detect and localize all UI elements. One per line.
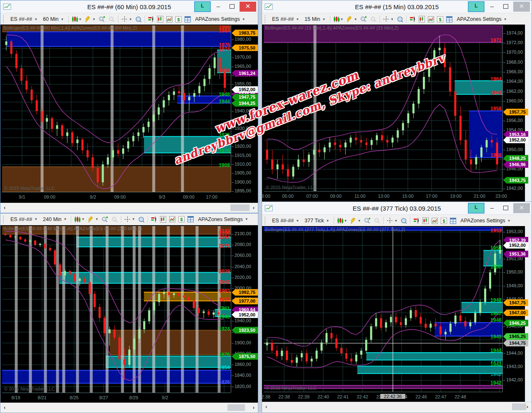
price-chart-canvas[interactable] — [2, 226, 231, 393]
zoom-out-button[interactable] — [108, 16, 115, 22]
order-entry-button[interactable] — [151, 216, 157, 223]
minimize-button[interactable]: – — [486, 204, 498, 213]
zoom-in-button[interactable] — [360, 16, 367, 22]
account-data-button[interactable]: $ — [175, 16, 182, 22]
grid-properties-button[interactable] — [446, 16, 452, 22]
chart-style-button[interactable]: ▼ — [72, 16, 82, 22]
maximize-button[interactable] — [500, 204, 512, 213]
scroll-right-icon[interactable]: › — [527, 403, 528, 410]
chart-area[interactable]: Bollinger(ES ##-## (377 Tick),1,4)| APAZ… — [262, 226, 532, 403]
chart-trader-button[interactable] — [160, 216, 166, 223]
close-button[interactable]: ✕ — [240, 2, 256, 12]
horizontal-scrollbar[interactable]: ‹ › — [262, 402, 532, 413]
scroll-left-icon[interactable]: ‹ — [4, 404, 5, 411]
crosshair-button[interactable]: ▼ — [387, 217, 397, 224]
toolbar-grip[interactable] — [265, 15, 267, 23]
scrollbar-thumb[interactable] — [227, 404, 245, 411]
apazones-settings-button[interactable]: APAZones Settings▼ — [455, 15, 508, 23]
chart-style-button[interactable]: ▼ — [333, 16, 344, 22]
indicators-button[interactable] — [166, 16, 172, 22]
data-box-button[interactable] — [138, 216, 145, 223]
toolbar-grip[interactable] — [3, 216, 5, 223]
order-entry-button[interactable] — [410, 16, 416, 22]
close-button[interactable]: ✕ — [513, 2, 530, 12]
account-data-button[interactable]: $ — [441, 218, 447, 224]
interval-selector[interactable]: 60 Min▼ — [42, 15, 65, 23]
scroll-right-icon[interactable]: › — [253, 204, 255, 211]
close-button[interactable]: ✕ — [513, 203, 530, 213]
price-chart-canvas[interactable] — [2, 25, 231, 192]
indicators-button[interactable] — [169, 216, 175, 222]
titlebar[interactable]: ES ##-## (60 Min) 03.09.2015 L – ✕ — [0, 0, 258, 13]
grid-properties-button[interactable] — [450, 218, 456, 224]
interval-selector[interactable]: 15 Min▼ — [303, 15, 327, 23]
zoom-out-button[interactable] — [374, 217, 380, 224]
link-button[interactable]: L — [194, 1, 211, 12]
interval-selector[interactable]: 240 Min▼ — [42, 216, 68, 223]
interval-selector[interactable]: 377 Tick▼ — [303, 217, 330, 224]
link-button[interactable]: L — [468, 1, 485, 12]
scroll-left-icon[interactable]: ‹ — [4, 204, 5, 211]
indicators-button[interactable] — [432, 218, 438, 224]
plot-area[interactable]: Bollinger(ES ##-## (60 Min),1,4)| APAZon… — [2, 25, 231, 192]
crosshair-button[interactable]: ▼ — [124, 216, 135, 223]
zoom-in-button[interactable] — [364, 217, 371, 224]
chart-style-button[interactable]: ▼ — [74, 216, 85, 223]
plot-area[interactable]: Bollinger(ES ##-## (240 Min),1,4)| APAZo… — [2, 226, 231, 393]
zoom-out-button[interactable] — [111, 216, 118, 223]
horizontal-scrollbar[interactable]: ‹ › — [0, 203, 258, 213]
order-entry-button[interactable] — [413, 217, 420, 224]
zoom-in-button[interactable] — [101, 216, 108, 223]
zoom-in-button[interactable] — [98, 16, 105, 22]
plot-area[interactable]: Bollinger(ES ##-## (15 Min),1,4)| APAZon… — [264, 25, 502, 191]
minimize-button[interactable]: – — [486, 2, 498, 11]
price-chart-canvas[interactable] — [264, 227, 502, 392]
toolbar-grip[interactable] — [265, 217, 267, 224]
data-box-button[interactable] — [397, 16, 403, 22]
price-chart-canvas[interactable] — [264, 25, 502, 191]
chart-trader-button[interactable] — [422, 217, 429, 224]
scroll-left-icon[interactable]: ‹ — [265, 403, 267, 410]
instrument-selector[interactable]: ES ##-##▼ — [271, 217, 300, 224]
plot-area[interactable]: Bollinger(ES ##-## (377 Tick),1,4)| APAZ… — [264, 227, 502, 392]
scrollbar-thumb[interactable] — [230, 204, 250, 211]
account-data-button[interactable]: $ — [178, 216, 185, 222]
scroll-right-icon[interactable]: › — [253, 404, 255, 411]
chart-trader-button[interactable] — [157, 16, 163, 22]
maximize-button[interactable] — [226, 2, 238, 11]
drawing-tools-button[interactable]: ▼ — [346, 16, 357, 22]
price-axis[interactable]: 1953,001952,001951,001950,001949,001948,… — [502, 227, 525, 392]
maximize-button[interactable] — [500, 2, 512, 11]
crosshair-button[interactable]: ▼ — [383, 16, 394, 22]
data-box-button[interactable] — [135, 16, 142, 22]
scrollbar-thumb[interactable] — [512, 403, 526, 410]
price-axis[interactable]: 1980,001975,001970,001965,001960,001955,… — [231, 25, 258, 192]
instrument-selector[interactable]: ES ##-##▼ — [9, 15, 39, 23]
chart-trader-button[interactable] — [419, 16, 425, 22]
grid-properties-button[interactable] — [187, 216, 194, 222]
apazones-settings-button[interactable]: APAZones Settings▼ — [194, 15, 246, 23]
horizontal-scrollbar[interactable]: ‹ › — [0, 403, 258, 413]
chart-area[interactable]: Bollinger(ES ##-## (60 Min),1,4)| APAZon… — [0, 25, 258, 204]
minimize-button[interactable]: – — [212, 2, 225, 11]
link-button[interactable]: L — [468, 203, 485, 214]
order-entry-button[interactable] — [148, 16, 154, 22]
drawing-tools-button[interactable]: ▼ — [85, 16, 95, 22]
apazones-settings-button[interactable]: APAZones Settings▼ — [459, 217, 512, 224]
data-box-button[interactable] — [400, 217, 407, 224]
price-axis[interactable]: 1974,001972,001970,001968,001966,001964,… — [502, 25, 525, 191]
account-data-button[interactable]: $ — [437, 16, 443, 22]
titlebar[interactable]: ES ##-## (15 Min) 03.09.2015 L – ✕ — [262, 0, 532, 13]
instrument-selector[interactable]: ES ##-##▼ — [9, 216, 39, 223]
price-axis[interactable]: 2100,002080,002060,002040,002020,002000,… — [231, 226, 258, 393]
crosshair-button[interactable]: ▼ — [121, 16, 132, 22]
grid-properties-button[interactable] — [185, 16, 191, 22]
indicators-button[interactable] — [428, 16, 434, 22]
chart-area[interactable]: Bollinger(ES ##-## (15 Min),1,4)| APAZon… — [262, 25, 532, 202]
drawing-tools-button[interactable]: ▼ — [87, 216, 98, 223]
instrument-selector[interactable]: ES ##-##▼ — [271, 15, 300, 23]
toolbar-grip[interactable] — [3, 15, 5, 23]
chart-area[interactable]: Bollinger(ES ##-## (240 Min),1,4)| APAZo… — [0, 225, 258, 403]
zoom-out-button[interactable] — [370, 16, 377, 22]
chart-style-button[interactable]: ▼ — [337, 217, 347, 224]
